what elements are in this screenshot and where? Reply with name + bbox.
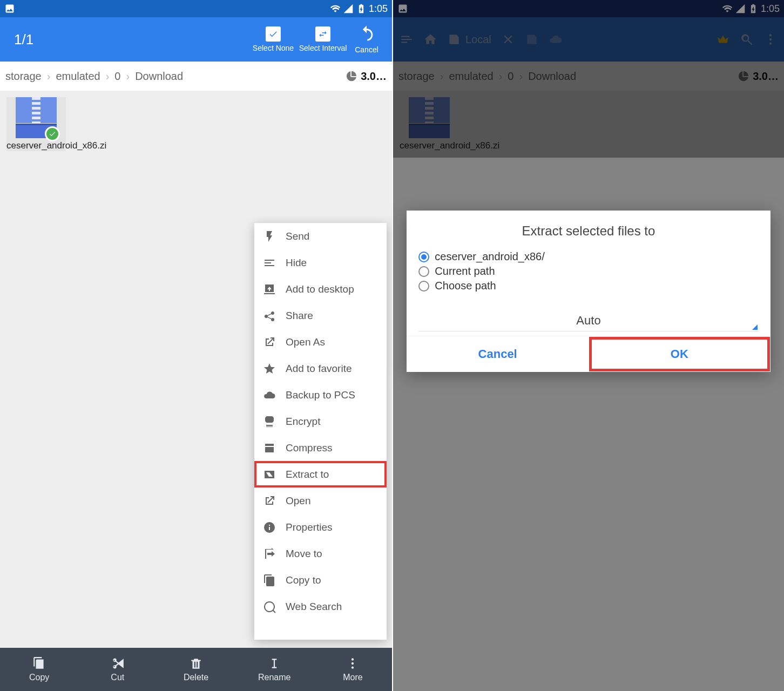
ctx-add-favorite[interactable]: Add to favorite <box>254 355 387 382</box>
crumb-storage[interactable]: storage <box>5 70 42 83</box>
wifi-icon <box>330 3 341 14</box>
left-screen: 1:05 1/1 Select None Select Interval Can… <box>0 0 392 691</box>
ctx-properties[interactable]: Properties <box>254 514 387 540</box>
radio-option-current[interactable]: Current path <box>418 264 758 279</box>
bolt-icon <box>263 230 276 243</box>
context-menu: Send Hide Add to desktop Share Open As A… <box>254 223 387 640</box>
swap-icon <box>318 29 328 39</box>
move-icon <box>263 547 276 560</box>
open-icon <box>263 336 276 349</box>
check-icon <box>268 29 278 39</box>
info-icon <box>263 521 276 534</box>
right-screen: 1:05 Local storage› emulated› 0› Downloa… <box>392 0 784 691</box>
status-time: 1:05 <box>369 3 388 15</box>
more-vert-icon <box>346 656 360 670</box>
ctx-encrypt[interactable]: Encrypt <box>254 408 387 435</box>
encoding-dropdown[interactable]: Auto <box>418 306 758 331</box>
breadcrumb: storage› emulated› 0› Download 3.0… <box>0 62 392 91</box>
radio-icon <box>418 252 429 262</box>
copy-icon <box>32 656 46 670</box>
zip-icon <box>16 97 57 138</box>
selection-toolbar: 1/1 Select None Select Interval Cancel <box>0 17 392 62</box>
extract-icon <box>263 468 276 481</box>
radio-icon <box>418 281 429 292</box>
ctx-open-as[interactable]: Open As <box>254 329 387 355</box>
dialog-cancel-button[interactable]: Cancel <box>407 336 589 372</box>
ctx-share[interactable]: Share <box>254 302 387 329</box>
undo-icon <box>357 25 376 43</box>
bb-more[interactable]: More <box>314 648 392 691</box>
radio-option-folder[interactable]: ceserver_android_x86/ <box>418 249 758 264</box>
bottom-action-bar: Copy Cut Delete Rename More <box>0 648 392 691</box>
bb-cut[interactable]: Cut <box>78 648 157 691</box>
ctx-move-to[interactable]: Move to <box>254 540 387 567</box>
dialog-ok-button[interactable]: OK <box>589 336 771 372</box>
cut-icon <box>111 656 125 670</box>
selection-counter: 1/1 <box>14 31 248 48</box>
ctx-compress[interactable]: Compress <box>254 435 387 461</box>
trash-icon <box>189 656 203 670</box>
cloud-icon <box>263 389 276 402</box>
cursor-icon <box>267 656 281 670</box>
radio-icon <box>418 266 429 277</box>
ctx-extract-to[interactable]: Extract to <box>254 461 387 487</box>
file-name: ceserver_android_x86.zi <box>6 140 66 151</box>
pie-icon <box>346 70 357 82</box>
ctx-add-desktop[interactable]: Add to desktop <box>254 276 387 302</box>
ctx-open[interactable]: Open <box>254 487 387 514</box>
select-none-button[interactable]: Select None <box>248 26 298 52</box>
extract-dialog: Extract selected files to ceserver_andro… <box>407 211 770 372</box>
dialog-title: Extract selected files to <box>407 211 770 249</box>
radio-option-choose[interactable]: Choose path <box>418 279 758 293</box>
battery-icon <box>356 3 367 14</box>
file-grid: ceserver_android_x86.zi <box>0 91 392 158</box>
crumb-download[interactable]: Download <box>135 70 183 83</box>
ctx-hide[interactable]: Hide <box>254 249 387 276</box>
ctx-send[interactable]: Send <box>254 223 387 249</box>
compress-icon <box>263 442 276 455</box>
crumb-emulated[interactable]: emulated <box>56 70 100 83</box>
selected-badge-icon <box>45 126 60 141</box>
status-bar: 1:05 <box>0 0 392 17</box>
bb-rename[interactable]: Rename <box>235 648 314 691</box>
desktop-icon <box>263 283 276 296</box>
image-icon <box>4 3 15 14</box>
globe-search-icon <box>263 600 276 613</box>
bb-delete[interactable]: Delete <box>157 648 235 691</box>
bb-copy[interactable]: Copy <box>0 648 78 691</box>
select-interval-button[interactable]: Select Interval <box>298 26 348 52</box>
ctx-backup-pcs[interactable]: Backup to PCS <box>254 382 387 408</box>
storage-indicator[interactable]: 3.0… <box>346 70 387 83</box>
crumb-0[interactable]: 0 <box>114 70 120 83</box>
open2-icon <box>263 494 276 507</box>
cancel-selection-button[interactable]: Cancel <box>348 25 386 54</box>
ctx-web-search[interactable]: Web Search <box>254 593 387 620</box>
file-item-zip[interactable]: ceserver_android_x86.zi <box>6 97 66 151</box>
star-icon <box>263 362 276 375</box>
cell-signal-icon <box>343 3 354 14</box>
hide-icon <box>263 256 276 269</box>
lock-icon <box>263 415 276 428</box>
share-icon <box>263 309 276 322</box>
copy-icon <box>263 574 276 587</box>
ctx-copy-to[interactable]: Copy to <box>254 567 387 593</box>
